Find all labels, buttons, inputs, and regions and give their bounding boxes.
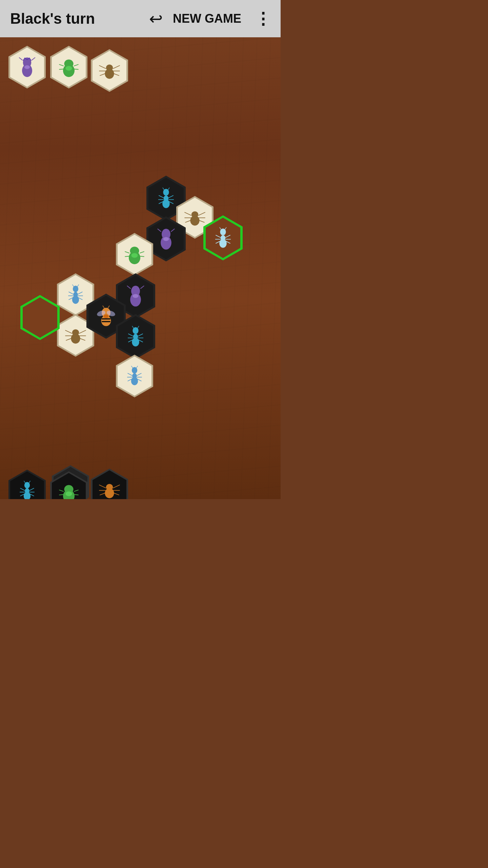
svg-line-88 <box>79 330 86 334</box>
svg-point-24 <box>162 199 170 208</box>
board-hex-outline-empty[interactable] <box>20 295 60 340</box>
game-board <box>0 37 281 499</box>
svg-rect-97 <box>102 321 110 322</box>
turn-indicator: Black's turn <box>10 10 142 27</box>
undo-button[interactable]: ↩ <box>149 9 163 28</box>
svg-line-137 <box>74 490 79 492</box>
svg-line-61 <box>125 256 129 256</box>
ant-icon <box>123 364 146 388</box>
svg-line-81 <box>72 284 74 287</box>
svg-line-53 <box>225 235 230 237</box>
svg-line-132 <box>28 481 30 484</box>
header: Black's turn ↩ NEW GAME ⋮ <box>0 0 281 37</box>
svg-point-43 <box>164 230 168 235</box>
svg-line-114 <box>128 373 133 376</box>
svg-line-75 <box>69 292 74 294</box>
svg-line-117 <box>137 373 142 376</box>
svg-line-2 <box>19 57 22 60</box>
svg-point-140 <box>67 486 71 490</box>
svg-point-34 <box>190 216 199 226</box>
hand-tile-ant-black[interactable] <box>8 470 46 499</box>
svg-point-74 <box>72 296 79 304</box>
ant-icon <box>64 283 87 306</box>
board-tile-beetle-ivory-1[interactable] <box>116 233 153 276</box>
queen-icon <box>154 227 178 251</box>
svg-line-8 <box>59 64 64 66</box>
svg-line-63 <box>140 256 144 256</box>
svg-point-49 <box>219 239 227 248</box>
svg-point-113 <box>131 377 138 385</box>
ant-icon <box>154 186 178 211</box>
hand-tile-spider-white[interactable] <box>91 49 128 92</box>
svg-line-56 <box>220 227 222 230</box>
board-tile-ant-outline-green[interactable] <box>203 215 243 260</box>
hand-tile-spider-black[interactable] <box>91 469 128 499</box>
beetle-icon <box>123 243 146 266</box>
svg-line-120 <box>131 366 133 369</box>
queen-icon <box>123 284 148 308</box>
svg-point-69 <box>133 294 138 298</box>
svg-point-64 <box>131 253 138 258</box>
svg-line-85 <box>65 330 72 334</box>
svg-rect-96 <box>102 318 110 319</box>
beetle-icon <box>57 56 80 79</box>
svg-line-99 <box>107 305 109 309</box>
svg-line-35 <box>184 212 191 216</box>
svg-line-103 <box>128 334 133 336</box>
hand-tile-beetle-black-front[interactable] <box>50 471 87 499</box>
svg-line-109 <box>132 326 134 329</box>
svg-point-15 <box>105 69 114 79</box>
svg-line-28 <box>168 195 173 198</box>
svg-point-65 <box>133 248 137 252</box>
svg-line-9 <box>59 69 64 69</box>
svg-line-135 <box>59 490 64 492</box>
svg-line-131 <box>24 481 25 484</box>
svg-point-93 <box>104 314 108 318</box>
queen-icon <box>16 56 39 79</box>
spider-icon <box>98 478 121 499</box>
svg-line-31 <box>163 188 165 191</box>
board-tile-ant-black-2[interactable] <box>116 314 155 359</box>
svg-line-62 <box>140 252 144 253</box>
svg-line-146 <box>113 485 120 488</box>
svg-line-71 <box>140 285 144 289</box>
svg-line-46 <box>171 229 175 232</box>
svg-point-12 <box>65 66 72 71</box>
board-tile-ant-ivory-2[interactable] <box>116 355 153 397</box>
svg-point-68 <box>133 287 138 292</box>
svg-line-125 <box>20 488 25 491</box>
svg-line-16 <box>99 65 106 69</box>
bee-icon <box>94 304 118 329</box>
svg-line-32 <box>167 188 169 191</box>
svg-line-70 <box>127 285 131 289</box>
svg-line-45 <box>158 229 161 232</box>
new-game-button[interactable]: NEW GAME <box>173 12 241 26</box>
svg-line-60 <box>125 252 129 253</box>
svg-line-57 <box>224 227 226 230</box>
beetle-icon <box>57 481 80 499</box>
hand-tile-beetle-white[interactable] <box>50 46 87 88</box>
svg-line-10 <box>74 64 79 66</box>
svg-point-124 <box>24 492 30 499</box>
spider-icon <box>183 206 206 229</box>
svg-line-143 <box>99 485 106 488</box>
svg-line-82 <box>77 284 79 287</box>
svg-line-106 <box>138 334 143 336</box>
ant-icon <box>16 479 39 499</box>
svg-line-121 <box>136 366 138 369</box>
menu-button[interactable]: ⋮ <box>255 9 270 28</box>
svg-line-128 <box>29 488 34 491</box>
svg-point-13 <box>67 61 71 64</box>
hand-tile-queen-white[interactable] <box>8 46 46 88</box>
svg-line-19 <box>113 65 120 69</box>
svg-point-44 <box>163 237 169 241</box>
svg-point-84 <box>71 334 80 344</box>
ant-icon <box>211 226 235 250</box>
svg-point-5 <box>24 65 30 69</box>
svg-line-110 <box>137 326 139 329</box>
svg-line-136 <box>59 494 64 495</box>
svg-point-142 <box>105 488 114 498</box>
svg-line-78 <box>78 292 83 294</box>
svg-point-102 <box>132 337 139 346</box>
spider-icon <box>98 59 121 82</box>
